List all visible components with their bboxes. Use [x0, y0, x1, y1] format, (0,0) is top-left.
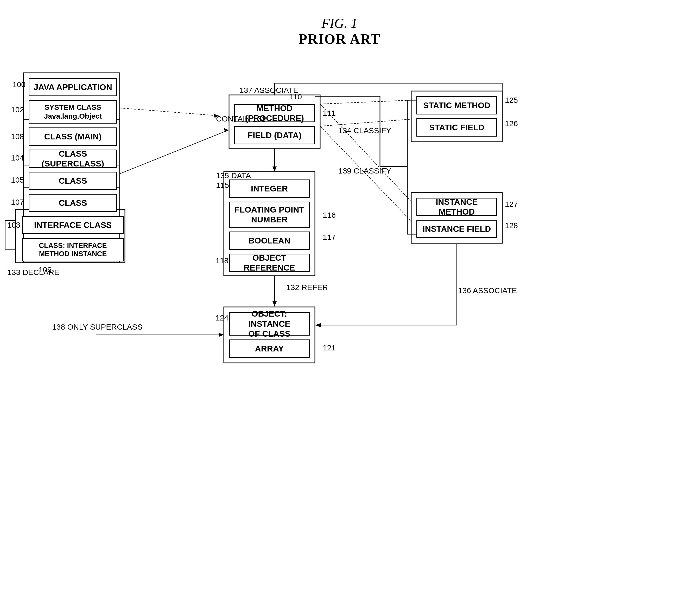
label-100: 100 — [12, 80, 26, 89]
class-105-box: CLASS — [29, 172, 117, 190]
label-105: 105 — [11, 176, 24, 184]
prior-art-label: PRIOR ART — [0, 31, 679, 47]
class-107-box: CLASS — [29, 194, 117, 212]
java-application-box: JAVA APPLICATION — [29, 78, 117, 96]
svg-marker-29 — [272, 301, 277, 306]
system-class-box: SYSTEM CLASS Java.lang.Object — [29, 100, 117, 124]
instance-method-box: INSTANCE METHOD — [416, 198, 497, 216]
svg-line-23 — [320, 104, 411, 202]
label-121: 121 — [323, 343, 336, 352]
class-interface-box: CLASS: INTERFACE METHOD INSTANCE — [22, 238, 124, 262]
svg-line-22 — [320, 100, 411, 104]
class-main-box: CLASS (MAIN) — [29, 128, 117, 146]
label-138: 138 ONLY SUPERCLASS — [52, 322, 142, 332]
svg-marker-32 — [316, 323, 321, 327]
label-126: 126 — [505, 119, 518, 128]
label-108: 108 — [11, 132, 24, 141]
fig-title: FIG. 1 — [0, 15, 679, 31]
label-103: 103 — [7, 220, 20, 230]
label-104: 104 — [11, 153, 24, 162]
static-field-box: STATIC FIELD — [416, 118, 497, 137]
label-135: 135 DATA — [216, 171, 251, 180]
label-declare: 133 DECLARE — [7, 268, 59, 277]
label-125: 125 — [505, 96, 518, 105]
label-115: 115 — [216, 181, 229, 190]
label-136: 136 ASSOCIATE — [458, 286, 517, 295]
label-classify-134: 134 CLASSIFY — [338, 126, 391, 135]
float-box: FLOATING POINT NUMBER — [229, 202, 310, 228]
label-117: 117 — [323, 233, 336, 242]
label-110: 110 — [289, 92, 302, 101]
label-contain: CONTAIN 131 — [216, 114, 266, 123]
svg-line-19 — [120, 130, 228, 174]
label-111: 111 — [323, 109, 336, 117]
static-method-box: STATIC METHOD — [416, 96, 497, 114]
field-box: FIELD (DATA) — [234, 126, 315, 144]
label-124: 124 — [216, 313, 228, 322]
label-107: 107 — [11, 198, 24, 207]
label-139: 139 CLASSIFY — [338, 167, 391, 175]
integer-box: INTEGER — [229, 179, 310, 198]
svg-line-24 — [320, 119, 411, 126]
svg-line-18 — [120, 108, 219, 116]
label-118: 118 — [216, 256, 228, 265]
instance-field-box: INSTANCE FIELD — [416, 220, 497, 238]
interface-class-box: INTERFACE CLASS — [22, 216, 124, 234]
svg-marker-27 — [272, 167, 277, 172]
class-superclass-box: CLASS (SUPERCLASS) — [29, 149, 117, 168]
svg-marker-34 — [219, 333, 224, 337]
label-102: 102 — [11, 105, 24, 114]
boolean-box: BOOLEAN — [229, 232, 310, 250]
object-box: OBJECT: INSTANCE OF CLASS — [229, 312, 310, 336]
label-132-refer: 132 REFER — [286, 283, 328, 292]
objref-box: OBJECT REFERENCE — [229, 253, 310, 272]
label-128: 128 — [505, 221, 518, 230]
label-127: 127 — [505, 200, 518, 209]
array-box: ARRAY — [229, 340, 310, 358]
label-116: 116 — [323, 211, 336, 219]
